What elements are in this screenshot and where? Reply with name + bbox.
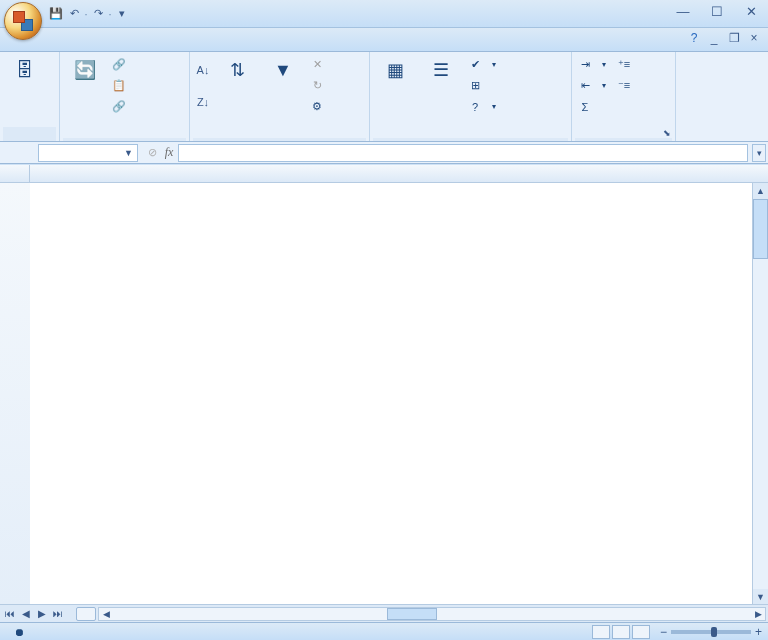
duplicates-icon: ☰ (429, 58, 453, 82)
connections-group-title (63, 138, 186, 141)
title-bar: 💾 ↶ · ↷ · ▾ — ☐ ✕ (0, 0, 768, 28)
horizontal-scrollbar[interactable]: ◀ ▶ (98, 607, 766, 621)
quick-access-toolbar: 💾 ↶ · ↷ · ▾ (48, 6, 130, 22)
insert-sheet-button[interactable] (76, 607, 96, 621)
ribbon: 🗄 🔄 🔗 📋 🔗 A↓ Z↓ ⇅ (0, 52, 768, 142)
dropdown-icon: ▾ (492, 102, 496, 111)
get-external-data-button[interactable]: 🗄 (3, 54, 47, 88)
what-if-button[interactable]: ?▾ (465, 96, 499, 117)
columns-icon: ▦ (383, 58, 407, 82)
properties-icon: 📋 (112, 79, 126, 93)
ribbon-tabs: ? _ ❐ × (0, 28, 768, 52)
ungroup-button[interactable]: ⇤▾ (575, 75, 609, 96)
validation-icon: ✔ (468, 58, 482, 72)
last-sheet-button[interactable]: ⏭ (50, 606, 66, 622)
scroll-left-icon[interactable]: ◀ (99, 609, 113, 619)
formula-input[interactable] (178, 144, 748, 162)
mdi-close-icon[interactable]: × (746, 31, 762, 47)
scroll-down-icon[interactable]: ▼ (753, 589, 768, 605)
group-button[interactable]: ⇥▾ (575, 54, 609, 75)
mdi-minimize-icon[interactable]: _ (706, 31, 722, 47)
reapply-icon: ↻ (310, 79, 324, 93)
edit-links-icon: 🔗 (112, 100, 126, 114)
prev-sheet-button[interactable]: ◀ (18, 606, 34, 622)
sort-asc-button[interactable]: A↓ (193, 54, 213, 86)
maximize-button[interactable]: ☐ (704, 2, 730, 20)
fx-icon[interactable]: fx (160, 144, 178, 162)
hide-detail-button[interactable]: ⁻≡ (615, 75, 633, 96)
consolidate-icon: ⊞ (468, 79, 482, 93)
connections-button[interactable]: 🔗 (109, 54, 133, 75)
normal-view-button[interactable] (592, 625, 610, 639)
minimize-button[interactable]: — (670, 2, 696, 20)
cancel-edit-icon: ⊘ (144, 146, 160, 159)
consolidate-button[interactable]: ⊞ (465, 75, 499, 96)
dropdown-icon: ▾ (602, 81, 606, 90)
column-headers (0, 165, 768, 183)
data-validation-button[interactable]: ✔▾ (465, 54, 499, 75)
zoom-in-button[interactable]: + (755, 625, 762, 639)
subtotal-button[interactable]: Σ (575, 96, 609, 117)
zoom-slider[interactable] (671, 630, 751, 634)
first-sheet-button[interactable]: ⏮ (2, 606, 18, 622)
advanced-icon: ⚙ (310, 100, 324, 114)
next-sheet-button[interactable]: ▶ (34, 606, 50, 622)
subtotal-icon: Σ (578, 100, 592, 114)
data-tools-group-title (373, 138, 568, 141)
row-headers (0, 183, 30, 605)
save-icon[interactable]: 💾 (48, 6, 64, 22)
zoom-out-button[interactable]: − (660, 625, 667, 639)
clear-button[interactable]: ✕ (307, 54, 331, 75)
scroll-right-icon[interactable]: ▶ (751, 609, 765, 619)
hscroll-thumb[interactable] (387, 608, 437, 620)
funnel-icon: ▼ (271, 58, 295, 82)
text-to-columns-button[interactable]: ▦ (373, 54, 417, 88)
undo-icon[interactable]: ↶ (66, 6, 82, 22)
dropdown-icon: ▾ (602, 60, 606, 69)
sort-button[interactable]: ⇅ (215, 54, 259, 88)
refresh-all-button[interactable]: 🔄 (63, 54, 107, 88)
whatif-icon: ? (468, 100, 482, 114)
refresh-icon: 🔄 (73, 58, 97, 82)
page-break-view-button[interactable] (632, 625, 650, 639)
close-button[interactable]: ✕ (738, 2, 764, 20)
name-box[interactable]: ▼ (38, 144, 138, 162)
name-dropdown-icon[interactable]: ▼ (124, 148, 133, 158)
dialog-launcher-icon[interactable]: ⬊ (661, 127, 673, 139)
macro-record-icon[interactable]: ⏺ (14, 626, 25, 638)
office-button[interactable] (4, 2, 42, 40)
show-detail-button[interactable]: ⁺≡ (615, 54, 633, 75)
properties-button[interactable]: 📋 (109, 75, 133, 96)
sort-desc-button[interactable]: Z↓ (193, 86, 213, 118)
sheet-tab-bar: ⏮ ◀ ▶ ⏭ ◀ ▶ (0, 604, 768, 622)
group-icon: ⇥ (578, 58, 592, 72)
help-icon[interactable]: ? (686, 31, 702, 47)
remove-duplicates-button[interactable]: ☰ (419, 54, 463, 88)
outline-group-title (575, 138, 672, 141)
select-all-corner[interactable] (0, 165, 30, 182)
sort-icon: ⇅ (225, 58, 249, 82)
clear-icon: ✕ (310, 58, 324, 72)
scroll-thumb[interactable] (753, 199, 768, 259)
reapply-button[interactable]: ↻ (307, 75, 331, 96)
cells-area[interactable] (30, 183, 752, 605)
spreadsheet-grid: ▲ ▼ (0, 165, 768, 605)
advanced-button[interactable]: ⚙ (307, 96, 331, 117)
scroll-up-icon[interactable]: ▲ (753, 183, 768, 199)
vertical-scrollbar[interactable]: ▲ ▼ (752, 183, 768, 605)
expand-formula-icon[interactable]: ▾ (752, 144, 766, 162)
page-layout-view-button[interactable] (612, 625, 630, 639)
link-icon: 🔗 (112, 58, 126, 72)
redo-icon[interactable]: ↷ (90, 6, 106, 22)
edit-links-button[interactable]: 🔗 (109, 96, 133, 117)
ungroup-icon: ⇤ (578, 79, 592, 93)
qat-sep: · (108, 8, 112, 20)
qat-sep: · (84, 8, 88, 20)
formula-bar: ▼ ⊘ fx ▾ (0, 142, 768, 164)
status-bar: ⏺ − + (0, 622, 768, 640)
database-icon: 🗄 (13, 58, 37, 82)
mdi-restore-icon[interactable]: ❐ (726, 31, 742, 47)
sort-filter-group-title (193, 138, 366, 141)
filter-button[interactable]: ▼ (261, 54, 305, 88)
qat-more-icon[interactable]: ▾ (114, 6, 130, 22)
